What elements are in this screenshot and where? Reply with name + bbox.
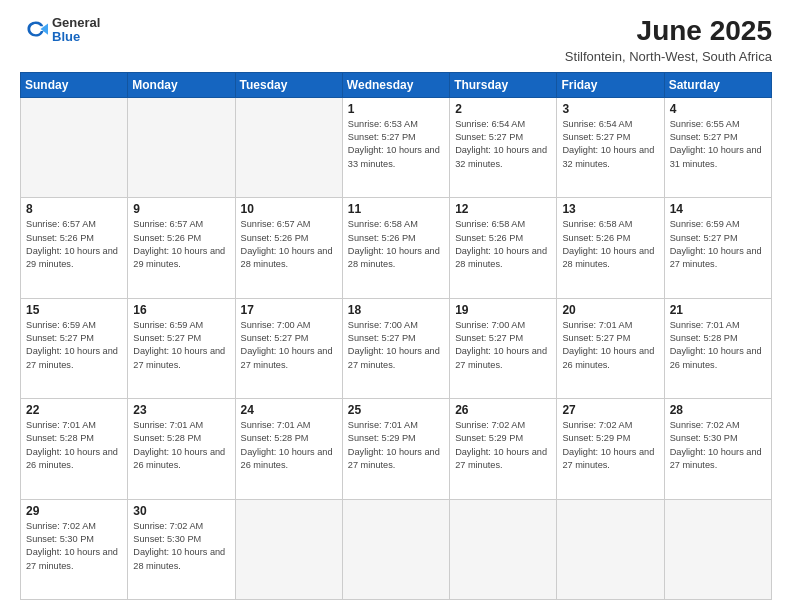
calendar-cell — [235, 499, 342, 599]
day-info: Sunrise: 7:01 AM Sunset: 5:28 PM Dayligh… — [670, 319, 766, 372]
calendar-cell: 25 Sunrise: 7:01 AM Sunset: 5:29 PM Dayl… — [342, 399, 449, 499]
calendar-cell — [450, 499, 557, 599]
location-subtitle: Stilfontein, North-West, South Africa — [565, 49, 772, 64]
day-number: 22 — [26, 403, 122, 417]
calendar-week-5: 29 Sunrise: 7:02 AM Sunset: 5:30 PM Dayl… — [21, 499, 772, 599]
calendar-cell: 14 Sunrise: 6:59 AM Sunset: 5:27 PM Dayl… — [664, 198, 771, 298]
calendar-cell: 8 Sunrise: 6:57 AM Sunset: 5:26 PM Dayli… — [21, 198, 128, 298]
day-number: 30 — [133, 504, 229, 518]
calendar-cell: 26 Sunrise: 7:02 AM Sunset: 5:29 PM Dayl… — [450, 399, 557, 499]
day-number: 24 — [241, 403, 337, 417]
logo-blue-text: Blue — [52, 30, 100, 44]
day-number: 25 — [348, 403, 444, 417]
day-info: Sunrise: 7:00 AM Sunset: 5:27 PM Dayligh… — [455, 319, 551, 372]
calendar-cell: 2 Sunrise: 6:54 AM Sunset: 5:27 PM Dayli… — [450, 97, 557, 197]
calendar-cell — [342, 499, 449, 599]
calendar-page: General Blue June 2025 Stilfontein, Nort… — [0, 0, 792, 612]
logo-icon — [20, 16, 48, 44]
day-number: 16 — [133, 303, 229, 317]
day-number: 20 — [562, 303, 658, 317]
calendar-cell: 15 Sunrise: 6:59 AM Sunset: 5:27 PM Dayl… — [21, 298, 128, 398]
calendar-cell: 1 Sunrise: 6:53 AM Sunset: 5:27 PM Dayli… — [342, 97, 449, 197]
day-info: Sunrise: 7:01 AM Sunset: 5:29 PM Dayligh… — [348, 419, 444, 472]
day-number: 13 — [562, 202, 658, 216]
day-number: 3 — [562, 102, 658, 116]
header-sunday: Sunday — [21, 72, 128, 97]
calendar-cell: 11 Sunrise: 6:58 AM Sunset: 5:26 PM Dayl… — [342, 198, 449, 298]
header-wednesday: Wednesday — [342, 72, 449, 97]
logo-general-text: General — [52, 16, 100, 30]
day-number: 19 — [455, 303, 551, 317]
calendar-cell: 16 Sunrise: 6:59 AM Sunset: 5:27 PM Dayl… — [128, 298, 235, 398]
day-number: 9 — [133, 202, 229, 216]
calendar-cell: 23 Sunrise: 7:01 AM Sunset: 5:28 PM Dayl… — [128, 399, 235, 499]
day-info: Sunrise: 6:59 AM Sunset: 5:27 PM Dayligh… — [26, 319, 122, 372]
day-number: 27 — [562, 403, 658, 417]
day-number: 29 — [26, 504, 122, 518]
day-info: Sunrise: 7:01 AM Sunset: 5:28 PM Dayligh… — [241, 419, 337, 472]
day-number: 10 — [241, 202, 337, 216]
day-info: Sunrise: 6:54 AM Sunset: 5:27 PM Dayligh… — [562, 118, 658, 171]
calendar-cell: 10 Sunrise: 6:57 AM Sunset: 5:26 PM Dayl… — [235, 198, 342, 298]
header-tuesday: Tuesday — [235, 72, 342, 97]
header-friday: Friday — [557, 72, 664, 97]
day-info: Sunrise: 6:59 AM Sunset: 5:27 PM Dayligh… — [670, 218, 766, 271]
header-thursday: Thursday — [450, 72, 557, 97]
day-number: 15 — [26, 303, 122, 317]
calendar-cell: 22 Sunrise: 7:01 AM Sunset: 5:28 PM Dayl… — [21, 399, 128, 499]
calendar-cell: 17 Sunrise: 7:00 AM Sunset: 5:27 PM Dayl… — [235, 298, 342, 398]
day-number: 2 — [455, 102, 551, 116]
day-info: Sunrise: 6:57 AM Sunset: 5:26 PM Dayligh… — [133, 218, 229, 271]
day-number: 28 — [670, 403, 766, 417]
day-info: Sunrise: 7:00 AM Sunset: 5:27 PM Dayligh… — [348, 319, 444, 372]
header-monday: Monday — [128, 72, 235, 97]
day-info: Sunrise: 7:02 AM Sunset: 5:29 PM Dayligh… — [455, 419, 551, 472]
day-info: Sunrise: 6:59 AM Sunset: 5:27 PM Dayligh… — [133, 319, 229, 372]
calendar-cell: 9 Sunrise: 6:57 AM Sunset: 5:26 PM Dayli… — [128, 198, 235, 298]
calendar-cell: 27 Sunrise: 7:02 AM Sunset: 5:29 PM Dayl… — [557, 399, 664, 499]
calendar-body: 1 Sunrise: 6:53 AM Sunset: 5:27 PM Dayli… — [21, 97, 772, 599]
day-info: Sunrise: 7:01 AM Sunset: 5:27 PM Dayligh… — [562, 319, 658, 372]
day-info: Sunrise: 6:58 AM Sunset: 5:26 PM Dayligh… — [455, 218, 551, 271]
day-number: 1 — [348, 102, 444, 116]
day-info: Sunrise: 7:02 AM Sunset: 5:29 PM Dayligh… — [562, 419, 658, 472]
calendar-header: Sunday Monday Tuesday Wednesday Thursday… — [21, 72, 772, 97]
calendar-cell: 19 Sunrise: 7:00 AM Sunset: 5:27 PM Dayl… — [450, 298, 557, 398]
calendar-table: Sunday Monday Tuesday Wednesday Thursday… — [20, 72, 772, 600]
calendar-week-1: 1 Sunrise: 6:53 AM Sunset: 5:27 PM Dayli… — [21, 97, 772, 197]
logo-text: General Blue — [52, 16, 100, 45]
day-number: 11 — [348, 202, 444, 216]
header: General Blue June 2025 Stilfontein, Nort… — [20, 16, 772, 64]
header-row: Sunday Monday Tuesday Wednesday Thursday… — [21, 72, 772, 97]
day-number: 8 — [26, 202, 122, 216]
month-title: June 2025 — [565, 16, 772, 47]
calendar-cell: 20 Sunrise: 7:01 AM Sunset: 5:27 PM Dayl… — [557, 298, 664, 398]
day-number: 23 — [133, 403, 229, 417]
day-info: Sunrise: 7:02 AM Sunset: 5:30 PM Dayligh… — [670, 419, 766, 472]
day-info: Sunrise: 7:01 AM Sunset: 5:28 PM Dayligh… — [133, 419, 229, 472]
title-block: June 2025 Stilfontein, North-West, South… — [565, 16, 772, 64]
day-number: 12 — [455, 202, 551, 216]
calendar-cell — [235, 97, 342, 197]
day-number: 4 — [670, 102, 766, 116]
calendar-cell: 28 Sunrise: 7:02 AM Sunset: 5:30 PM Dayl… — [664, 399, 771, 499]
day-info: Sunrise: 6:57 AM Sunset: 5:26 PM Dayligh… — [26, 218, 122, 271]
calendar-cell: 18 Sunrise: 7:00 AM Sunset: 5:27 PM Dayl… — [342, 298, 449, 398]
calendar-cell: 12 Sunrise: 6:58 AM Sunset: 5:26 PM Dayl… — [450, 198, 557, 298]
calendar-cell — [21, 97, 128, 197]
day-info: Sunrise: 7:01 AM Sunset: 5:28 PM Dayligh… — [26, 419, 122, 472]
day-info: Sunrise: 6:58 AM Sunset: 5:26 PM Dayligh… — [348, 218, 444, 271]
calendar-week-4: 22 Sunrise: 7:01 AM Sunset: 5:28 PM Dayl… — [21, 399, 772, 499]
day-info: Sunrise: 6:55 AM Sunset: 5:27 PM Dayligh… — [670, 118, 766, 171]
calendar-cell — [128, 97, 235, 197]
calendar-cell — [664, 499, 771, 599]
day-number: 18 — [348, 303, 444, 317]
calendar-cell: 30 Sunrise: 7:02 AM Sunset: 5:30 PM Dayl… — [128, 499, 235, 599]
calendar-cell: 3 Sunrise: 6:54 AM Sunset: 5:27 PM Dayli… — [557, 97, 664, 197]
calendar-cell: 13 Sunrise: 6:58 AM Sunset: 5:26 PM Dayl… — [557, 198, 664, 298]
header-saturday: Saturday — [664, 72, 771, 97]
calendar-week-2: 8 Sunrise: 6:57 AM Sunset: 5:26 PM Dayli… — [21, 198, 772, 298]
day-info: Sunrise: 6:58 AM Sunset: 5:26 PM Dayligh… — [562, 218, 658, 271]
day-number: 26 — [455, 403, 551, 417]
day-number: 17 — [241, 303, 337, 317]
